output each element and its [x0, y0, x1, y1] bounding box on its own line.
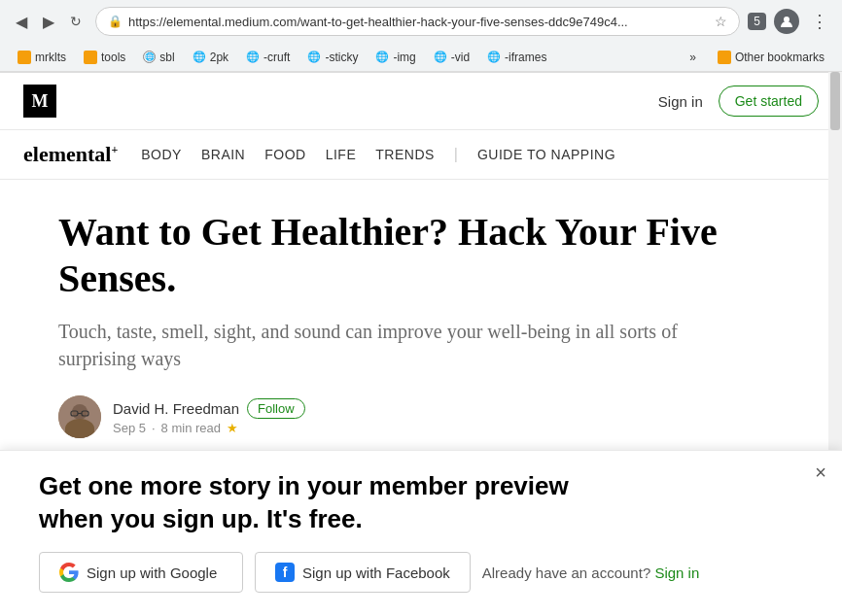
bookmark-label: -sticky: [325, 51, 358, 64]
signin-link-banner[interactable]: Sign in: [654, 565, 699, 581]
bookmark-folder-icon: [18, 51, 31, 64]
nav-life[interactable]: LIFE: [326, 147, 357, 162]
bookmark-iframes[interactable]: 🌐 -iframes: [479, 48, 554, 67]
address-bar[interactable]: 🔒 https://elemental.medium.com/want-to-g…: [95, 7, 740, 36]
close-button[interactable]: ×: [815, 462, 826, 482]
globe-icon: 🌐: [434, 51, 447, 63]
get-started-button[interactable]: Get started: [719, 86, 819, 117]
author-meta: David H. Freedman Follow Sep 5 · 8 min r…: [113, 398, 305, 435]
bookmark-sticky[interactable]: 🌐 -sticky: [299, 48, 366, 67]
nav-buttons: ◀ ▶ ↻: [10, 9, 88, 35]
bookmark-img[interactable]: 🌐 -img: [368, 48, 423, 67]
profile-button[interactable]: [774, 9, 799, 34]
article-title: Want to Get Healthier? Hack Your Five Se…: [58, 209, 719, 302]
forward-button[interactable]: ▶: [37, 9, 60, 35]
article-subtitle: Touch, taste, smell, sight, and sound ca…: [58, 318, 719, 372]
nav-trends[interactable]: TRENDS: [375, 147, 435, 162]
browser-chrome: ◀ ▶ ↻ 🔒 https://elemental.medium.com/wan…: [0, 0, 842, 73]
globe-icon: 🌐: [487, 51, 501, 63]
medium-logo[interactable]: M: [23, 85, 56, 118]
facebook-signup-button[interactable]: f Sign up with Facebook: [255, 552, 471, 593]
medium-header: M Sign in Get started: [0, 73, 842, 130]
facebook-icon: f: [275, 563, 295, 582]
address-bar-icons: ☆: [715, 14, 727, 29]
bookmark-label: Other bookmarks: [735, 51, 824, 64]
nav-brain[interactable]: BRAIN: [201, 147, 245, 162]
nav-body[interactable]: BODY: [141, 147, 182, 162]
bookmark-label: -vid: [451, 51, 470, 64]
bookmark-label: mrklts: [35, 51, 66, 64]
globe-icon: 🌐: [307, 51, 321, 63]
other-bookmarks[interactable]: Other bookmarks: [710, 48, 832, 67]
bookmark-tools[interactable]: tools: [76, 48, 133, 67]
author-avatar[interactable]: [58, 395, 101, 438]
bookmark-label: sbl: [159, 51, 174, 64]
facebook-btn-label: Sign up with Facebook: [302, 565, 450, 581]
signup-banner: × Get one more story in your member prev…: [0, 450, 842, 616]
browser-toolbar: ◀ ▶ ↻ 🔒 https://elemental.medium.com/wan…: [0, 0, 842, 43]
more-chevron: »: [689, 51, 696, 64]
date-text: Sep 5: [113, 421, 146, 435]
pub-logo-text: elemental: [23, 142, 111, 166]
pub-logo-sup: +: [111, 143, 118, 156]
bookmark-2pk[interactable]: 🌐 2pk: [185, 48, 236, 67]
bookmark-vid[interactable]: 🌐 -vid: [426, 48, 477, 67]
google-signup-button[interactable]: Sign up with Google: [39, 552, 243, 593]
bookmark-label: -iframes: [505, 51, 546, 64]
bookmark-sbl[interactable]: 🌐 sbl: [135, 48, 182, 67]
globe-icon: 🌐: [375, 51, 389, 63]
google-icon: [59, 563, 79, 582]
back-button[interactable]: ◀: [10, 9, 33, 35]
page-content: M Sign in Get started elemental+ BODY BR…: [0, 73, 842, 438]
bookmark-label: -cruft: [263, 51, 290, 64]
author-name-row: David H. Freedman Follow: [113, 398, 305, 419]
google-btn-label: Sign up with Google: [87, 565, 217, 581]
nav-divider: |: [454, 146, 458, 163]
publication-logo: elemental+: [23, 142, 118, 167]
publication-nav: elemental+ BODY BRAIN FOOD LIFE TRENDS |…: [0, 130, 842, 180]
bookmark-star-icon[interactable]: ☆: [715, 14, 727, 29]
bookmarks-folder-icon: [718, 51, 731, 64]
svg-point-3: [66, 423, 93, 438]
signin-link[interactable]: Sign in: [658, 93, 703, 110]
globe-icon: 🌐: [246, 51, 260, 63]
author-name[interactable]: David H. Freedman: [113, 400, 239, 417]
author-row: David H. Freedman Follow Sep 5 · 8 min r…: [58, 395, 719, 438]
already-label: Already have an account?: [482, 565, 650, 581]
bookmark-cruft[interactable]: 🌐 -cruft: [238, 48, 298, 67]
globe-icon: 🌐: [143, 51, 156, 63]
bookmarks-bar: mrklts tools 🌐 sbl 🌐 2pk 🌐 -cruft 🌐 -sti…: [0, 43, 842, 72]
browser-actions: 5 ⋮: [748, 7, 832, 36]
header-right: Sign in Get started: [658, 86, 819, 117]
already-account-text: Already have an account? Sign in: [482, 565, 700, 581]
bookmark-folder-icon: [84, 51, 97, 64]
scrollbar-thumb[interactable]: [830, 72, 840, 130]
address-text: https://elemental.medium.com/want-to-get…: [128, 15, 709, 29]
more-options-button[interactable]: ⋮: [807, 7, 832, 36]
banner-buttons: Sign up with Google f Sign up with Faceb…: [39, 552, 803, 593]
bookmark-mrklts[interactable]: mrklts: [10, 48, 74, 67]
reload-button[interactable]: ↻: [64, 10, 88, 33]
pub-nav-items: BODY BRAIN FOOD LIFE TRENDS | GUIDE TO N…: [141, 146, 615, 163]
article-date: Sep 5 · 8 min read ★: [113, 421, 305, 435]
more-bookmarks-button[interactable]: »: [682, 48, 704, 67]
nav-guide[interactable]: GUIDE TO NAPPING: [477, 147, 615, 162]
globe-icon: 🌐: [193, 51, 206, 63]
svg-point-2: [72, 404, 88, 420]
read-time: 8 min read: [161, 421, 221, 435]
article-area: Want to Get Healthier? Hack Your Five Se…: [0, 180, 778, 438]
banner-title: Get one more story in your member previe…: [39, 470, 622, 536]
lock-icon: 🔒: [108, 15, 123, 28]
bookmark-label: -img: [393, 51, 415, 64]
date-separator: ·: [152, 421, 156, 435]
bookmark-label: 2pk: [210, 51, 228, 64]
star-icon: ★: [227, 421, 238, 435]
bookmark-label: tools: [101, 51, 125, 64]
extensions-button[interactable]: 5: [748, 13, 766, 30]
nav-food[interactable]: FOOD: [264, 147, 305, 162]
follow-button[interactable]: Follow: [247, 398, 305, 419]
